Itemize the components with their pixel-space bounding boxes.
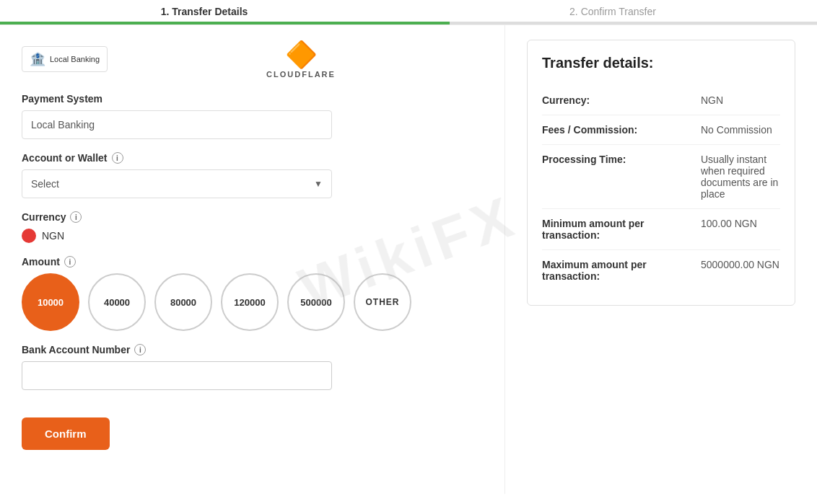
detail-value-0: NGN — [701, 94, 780, 106]
cloudflare-text: CLOUDFLARE — [266, 70, 336, 79]
detail-key-1: Fees / Commission: — [542, 124, 701, 136]
cloudflare-flame-icon: 🔶 — [285, 40, 318, 70]
step2-label: 2. Confirm Transfer — [569, 6, 656, 17]
account-wallet-select[interactable]: Select ▼ — [22, 169, 332, 198]
detail-row-4: Maximum amount per transaction:5000000.0… — [542, 250, 780, 291]
progress-bar-container — [0, 22, 817, 25]
amount-btn-other[interactable]: OTHER — [354, 273, 411, 331]
detail-value-3: 100.00 NGN — [701, 218, 780, 229]
account-wallet-label: Account or Wallet i — [22, 152, 483, 164]
transfer-details-card: Transfer details: Currency:NGNFees / Com… — [527, 40, 795, 306]
local-banking-logo: 🏦 Local Banking — [22, 46, 108, 72]
currency-info-icon[interactable]: i — [70, 211, 82, 223]
account-wallet-section: Account or Wallet i Select ▼ — [22, 152, 483, 198]
currency-value: NGN — [42, 230, 64, 242]
amount-btn-10000[interactable]: 10000 — [22, 273, 79, 331]
transfer-details-title: Transfer details: — [542, 55, 780, 71]
amount-btn-120000[interactable]: 120000 — [221, 273, 279, 331]
amount-btn-40000[interactable]: 40000 — [88, 273, 146, 331]
amount-info-icon[interactable]: i — [64, 256, 76, 268]
select-placeholder: Select — [31, 178, 59, 190]
currency-label: Currency i — [22, 211, 483, 223]
progress-bar-fill — [0, 22, 450, 25]
detail-key-0: Currency: — [542, 94, 701, 106]
detail-row-0: Currency:NGN — [542, 86, 780, 115]
main-content: 🏦 Local Banking 🔶 CLOUDFLARE Payment Sys… — [0, 25, 817, 494]
bank-account-info-icon[interactable]: i — [134, 344, 146, 355]
detail-value-1: No Commission — [701, 124, 780, 136]
account-wallet-info-icon[interactable]: i — [112, 152, 123, 164]
currency-row: NGN — [22, 229, 483, 243]
payment-system-input[interactable] — [22, 110, 332, 139]
step1-label: 1. Transfer Details — [161, 6, 248, 17]
detail-row-3: Minimum amount per transaction:100.00 NG… — [542, 209, 780, 250]
detail-key-2: Processing Time: — [542, 154, 701, 165]
detail-row-1: Fees / Commission:No Commission — [542, 115, 780, 145]
amount-btn-500000[interactable]: 500000 — [287, 273, 345, 331]
amount-label: Amount i — [22, 256, 483, 268]
detail-value-4: 5000000.00 NGN — [701, 259, 780, 270]
right-panel: Transfer details: Currency:NGNFees / Com… — [505, 25, 817, 494]
logo-row: 🏦 Local Banking 🔶 CLOUDFLARE — [22, 40, 483, 79]
detail-rows: Currency:NGNFees / Commission:No Commiss… — [542, 86, 780, 291]
cloudflare-logo: 🔶 CLOUDFLARE — [266, 40, 336, 79]
detail-row-2: Processing Time:Usually instant when req… — [542, 145, 780, 209]
detail-value-2: Usually instant when required documents … — [701, 154, 780, 200]
amount-buttons: 100004000080000120000500000OTHER — [22, 273, 483, 331]
bank-account-label: Bank Account Number i — [22, 344, 483, 355]
progress-header: 1. Transfer Details 2. Confirm Transfer — [0, 0, 817, 25]
currency-section: Currency i NGN — [22, 211, 483, 243]
currency-dot-icon — [22, 229, 36, 243]
detail-key-3: Minimum amount per transaction: — [542, 218, 701, 241]
confirm-button[interactable]: Confirm — [22, 417, 110, 450]
left-panel: 🏦 Local Banking 🔶 CLOUDFLARE Payment Sys… — [0, 25, 505, 494]
payment-system-label: Payment System — [22, 93, 483, 105]
chevron-down-icon: ▼ — [314, 179, 323, 189]
amount-btn-80000[interactable]: 80000 — [154, 273, 212, 331]
amount-section: Amount i 100004000080000120000500000OTHE… — [22, 256, 483, 331]
bank-icon: 🏦 — [30, 51, 45, 67]
bank-account-input[interactable] — [22, 361, 332, 390]
bank-account-section: Bank Account Number i — [22, 344, 483, 390]
detail-key-4: Maximum amount per transaction: — [542, 259, 701, 282]
local-banking-text: Local Banking — [50, 55, 100, 63]
payment-system-section: Payment System — [22, 93, 483, 139]
